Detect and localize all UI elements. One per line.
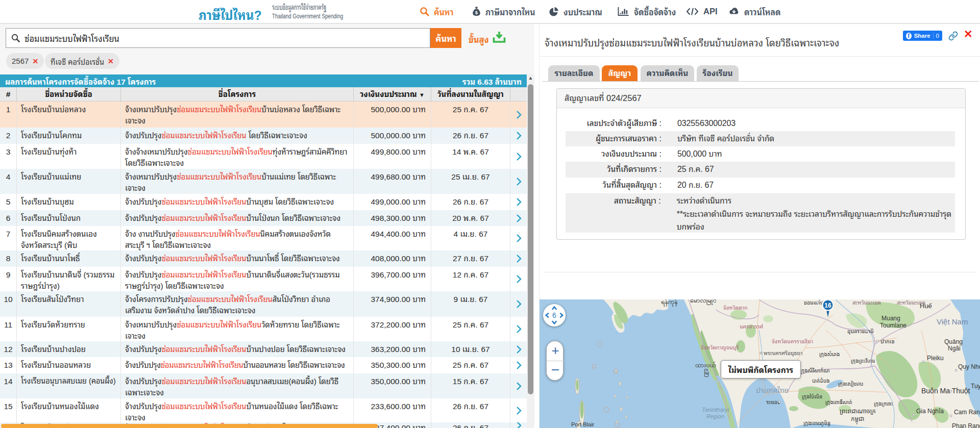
svg-text:$: $ — [475, 10, 478, 15]
svg-text:ក្រុងខេមរភូមិន្ទ: ក្រុងខេមរភូមិន្ទ — [803, 420, 830, 426]
svg-text:Huế: Huế — [920, 302, 933, 310]
svg-text:ក្រុងសំរោង: ក្រុងសំរោង — [819, 351, 840, 358]
svg-text:បាត់ដំបង: បាត់ដំបង — [812, 377, 830, 384]
svg-text:Ngãi: Ngãi — [948, 345, 961, 352]
svg-text:จังหวัดกาญจนบุรี: จังหวัดกาญจนบุรี — [701, 344, 739, 351]
svg-text:6: 6 — [552, 311, 556, 319]
svg-text:ขอนแก่น: ขอนแก่น — [804, 299, 824, 306]
svg-text:จังหวัดนครราชสีมา: จังหวัดนครราชสีมา — [772, 338, 813, 344]
svg-text:ក្រុងសីរីសាភ័ណ: ក្រុងសីរីសាភ័ណ — [800, 367, 830, 374]
svg-text:Toumlane: Toumlane — [880, 322, 906, 329]
svg-text:Việt Nam: Việt Nam — [937, 317, 968, 326]
svg-text:พระนครศรีอยุธยา: พระนครศรีอยุธยา — [764, 350, 803, 357]
svg-text:ក្រុងប៉ៃលិន: ក្រុងប៉ៃលិន — [802, 393, 822, 400]
svg-text:สะหวันนะเขด: สะหวันนะเขด — [852, 299, 881, 306]
svg-text:Buôn Ma Thuột: Buôn Ma Thuột — [921, 387, 970, 395]
svg-text:ထားဝယ်: ထားဝယ် — [695, 362, 716, 368]
svg-text:อุบลราชธานี: อุบลราชธานี — [847, 328, 874, 335]
svg-text:ปากเซ: ปากเซ — [880, 338, 895, 344]
svg-text:จังหวัดตาก: จังหวัดตาก — [723, 305, 748, 311]
svg-text:ព្រះរាជាណាចក្រ: ព្រះរាជាណាចក្រ — [840, 408, 876, 415]
svg-text:Tuy H: Tuy H — [971, 383, 980, 390]
svg-text:ក្រុងពោធិ៍សាត់: ក្រុងពោធិ៍សាត់ — [825, 399, 852, 406]
svg-text:Port Blair: Port Blair — [571, 421, 595, 427]
svg-text:Pleiku: Pleiku — [927, 355, 944, 362]
svg-text:Tanintharyi: Tanintharyi — [702, 407, 729, 413]
svg-text:นครสวรรค์: นครสวรรค์ — [740, 323, 763, 330]
svg-text:ក្រុងក្រចេះ: ក្រុងក្រចេះ — [874, 401, 893, 407]
svg-text:Region: Region — [706, 413, 724, 419]
svg-text:Phan Rang: Phan Rang — [952, 422, 980, 428]
svg-text:Cam Ranh: Cam Ranh — [954, 409, 980, 416]
svg-text:Quy Nhơn: Quy Nhơn — [958, 363, 980, 370]
svg-text:Quảng: Quảng — [944, 338, 963, 345]
svg-text:ประเทศไทย: ประเทศไทย — [756, 386, 789, 394]
svg-text:ระยอง: ระยอง — [766, 399, 780, 405]
svg-text:ក្រុងព្រះវិហារ: ក្រុងព្រះវិហារ — [851, 358, 875, 365]
svg-text:Gia Nghĩa: Gia Nghĩa — [916, 408, 944, 415]
svg-text:16: 16 — [824, 302, 831, 309]
svg-text:ក្រុងសៀមរាប: ក្រុងសៀមរាប — [838, 381, 863, 387]
